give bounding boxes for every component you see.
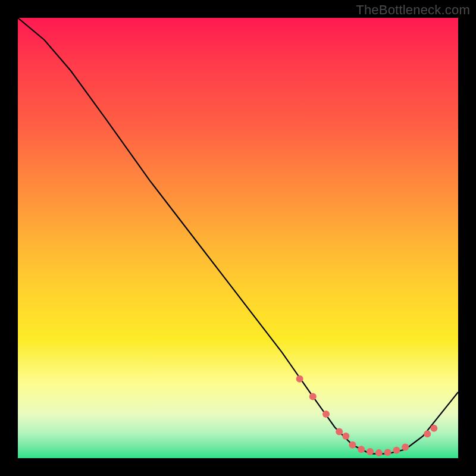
curve-dot xyxy=(349,441,356,449)
curve-dot xyxy=(336,428,343,436)
chart-frame: TheBottleneck.com xyxy=(0,0,476,476)
curve-dot xyxy=(296,375,303,383)
curve-dots xyxy=(296,375,438,456)
curve-dot xyxy=(309,393,317,400)
curve-dot xyxy=(424,430,431,437)
curve-line xyxy=(18,18,458,454)
curve-dot xyxy=(322,411,330,418)
curve-dot xyxy=(367,448,374,455)
curve-dot xyxy=(375,449,383,456)
curve-dot xyxy=(402,444,409,451)
curve-dot xyxy=(384,449,392,456)
curve-dot xyxy=(393,447,400,454)
chart-svg xyxy=(18,18,458,458)
curve-dot xyxy=(430,425,437,432)
curve-dot xyxy=(342,433,349,440)
curve-dot xyxy=(358,446,365,453)
watermark-text: TheBottleneck.com xyxy=(356,2,470,18)
chart-plot-area xyxy=(18,18,458,458)
